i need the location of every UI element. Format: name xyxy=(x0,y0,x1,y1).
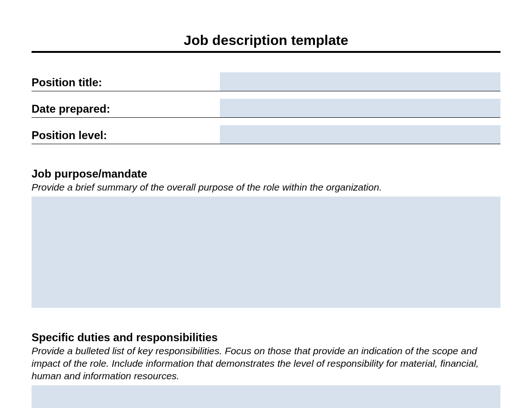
page-title: Job description template xyxy=(32,32,500,48)
section-job-purpose: Job purpose/mandate Provide a brief summ… xyxy=(32,167,500,308)
field-row-date-prepared: Date prepared: xyxy=(32,99,500,118)
job-purpose-textarea[interactable] xyxy=(32,197,500,308)
position-level-label: Position level: xyxy=(32,129,220,144)
job-purpose-hint: Provide a brief summary of the overall p… xyxy=(32,181,500,194)
date-prepared-label: Date prepared: xyxy=(32,102,220,117)
field-row-position-title: Position title: xyxy=(32,72,500,91)
duties-heading: Specific duties and responsibilities xyxy=(32,331,500,344)
position-level-input[interactable] xyxy=(220,125,500,144)
position-title-label: Position title: xyxy=(32,76,220,91)
field-row-position-level: Position level: xyxy=(32,125,500,144)
position-title-input[interactable] xyxy=(220,72,500,91)
date-prepared-input[interactable] xyxy=(220,99,500,117)
duties-textarea[interactable] xyxy=(32,385,500,408)
title-section: Job description template xyxy=(32,32,500,53)
document-container: Job description template Position title:… xyxy=(0,0,532,408)
section-duties: Specific duties and responsibilities Pro… xyxy=(32,331,500,408)
job-purpose-heading: Job purpose/mandate xyxy=(32,167,500,180)
duties-hint: Provide a bulleted list of key responsib… xyxy=(32,345,500,382)
